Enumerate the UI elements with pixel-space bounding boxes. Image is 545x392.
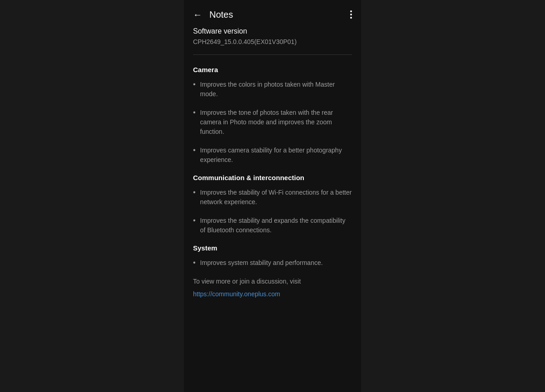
camera-item-1: Improves the colors in photos taken with… xyxy=(200,80,352,99)
camera-section: Camera • Improves the colors in photos t… xyxy=(193,66,352,165)
bullet-dot-icon: • xyxy=(193,108,196,117)
list-item: • Improves the stability and expands the… xyxy=(193,216,352,235)
communication-bullet-list: • Improves the stability of Wi-Fi connec… xyxy=(193,188,352,235)
main-content: Software version CPH2649_15.0.0.405(EX01… xyxy=(184,27,361,312)
list-item: • Improves the tone of photos taken with… xyxy=(193,108,352,137)
communication-section: Communication & interconnection • Improv… xyxy=(193,174,352,235)
system-section-title: System xyxy=(193,244,352,252)
bullet-dot-icon: • xyxy=(193,146,196,154)
bullet-dot-icon: • xyxy=(193,216,196,225)
software-version-section: Software version CPH2649_15.0.0.405(EX01… xyxy=(193,27,352,45)
camera-section-title: Camera xyxy=(193,66,352,74)
header: ← Notes xyxy=(184,0,361,27)
list-item: • Improves the stability of Wi-Fi connec… xyxy=(193,188,352,207)
header-left: ← Notes xyxy=(193,10,233,20)
system-section: System • Improves system stability and p… xyxy=(193,244,352,268)
page-title: Notes xyxy=(209,10,233,20)
footer-text: To view more or join a discussion, visit xyxy=(193,277,352,286)
bullet-dot-icon: • xyxy=(193,80,196,88)
bullet-dot-icon: • xyxy=(193,259,196,267)
camera-item-2: Improves the tone of photos taken with t… xyxy=(200,108,352,137)
phone-container: ← Notes Software version CPH2649_15.0.0.… xyxy=(184,0,361,392)
bullet-dot-icon: • xyxy=(193,188,196,196)
system-item-1: Improves system stability and performanc… xyxy=(200,258,323,268)
dot-1 xyxy=(350,10,352,12)
dot-3 xyxy=(350,17,352,19)
system-bullet-list: • Improves system stability and performa… xyxy=(193,258,352,268)
communication-item-1: Improves the stability of Wi-Fi connecti… xyxy=(200,188,352,207)
camera-bullet-list: • Improves the colors in photos taken wi… xyxy=(193,80,352,165)
list-item: • Improves system stability and performa… xyxy=(193,258,352,268)
list-item: • Improves the colors in photos taken wi… xyxy=(193,80,352,99)
list-item: • Improves camera stability for a better… xyxy=(193,146,352,165)
more-options-button[interactable] xyxy=(350,9,352,20)
communication-section-title: Communication & interconnection xyxy=(193,174,352,181)
section-divider xyxy=(193,54,352,55)
community-link[interactable]: https://community.oneplus.com xyxy=(193,290,280,298)
back-button[interactable]: ← xyxy=(193,10,202,19)
camera-item-3: Improves camera stability for a better p… xyxy=(200,146,352,165)
dot-2 xyxy=(350,14,352,15)
software-version-label: Software version xyxy=(193,27,352,35)
software-version-value: CPH2649_15.0.0.405(EX01V30P01) xyxy=(193,38,352,45)
communication-item-2: Improves the stability and expands the c… xyxy=(200,216,352,235)
